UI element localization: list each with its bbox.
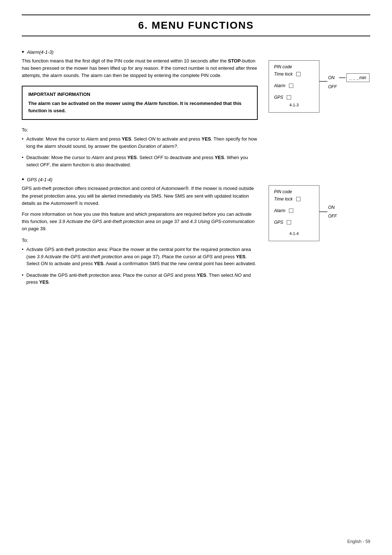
- alarm-bullet-item: • Alarm(4-1-3): [22, 49, 258, 55]
- diagram1-on-line: [319, 81, 327, 82]
- diagram1-connectors: ON _ _ _min OFF: [319, 73, 369, 89]
- diagram1-on-row: ON _ _ _min OFF: [319, 73, 369, 89]
- diagram2-alarm: Alarm: [274, 208, 314, 213]
- diagram1-off-row-inner: OFF: [328, 84, 369, 89]
- diagram2-number: 4-1-4: [274, 231, 314, 236]
- diagram2: PIN code Time lock Alarm GPS: [269, 185, 370, 241]
- gps-to-label: To:: [22, 238, 258, 243]
- gps-bullet-item: • GPS (4-1-4): [22, 177, 258, 183]
- diagram1-min-box: _ _ _min: [346, 73, 369, 82]
- diagram2-gps-checkbox: [287, 220, 291, 224]
- gps-bullet-dot: •: [22, 176, 24, 183]
- diagram2-on-label: ON: [328, 205, 335, 210]
- diagram1-pin-box: PIN code Time lock Alarm GPS: [269, 60, 319, 113]
- gps-section: • GPS (4-1-4) GPS anti-theft protection …: [22, 177, 258, 285]
- info-box: IMPORTANT INFORMATION The alarm can be a…: [22, 86, 258, 120]
- alarm-bullet-label: Alarm(4-1-3): [27, 49, 53, 55]
- diagram2-gps: GPS: [274, 220, 314, 225]
- diagram2-pin-box: PIN code Time lock Alarm GPS: [269, 185, 319, 241]
- content-area: • Alarm(4-1-3) This function means that …: [22, 49, 370, 295]
- info-box-body: The alarm can be activated on the mower …: [28, 100, 251, 114]
- left-column: • Alarm(4-1-3) This function means that …: [22, 49, 258, 295]
- diagram2-on-off-block: ON OFF: [328, 205, 337, 219]
- page-title-container: 6. MENU FUNCTIONS: [22, 15, 370, 36]
- diagram1-off-label: OFF: [328, 84, 338, 89]
- right-column: PIN code Time lock Alarm GPS: [269, 49, 370, 295]
- alarm-body: This function means that the first digit…: [22, 57, 258, 79]
- diagram1: PIN code Time lock Alarm GPS: [269, 60, 370, 113]
- diagram2-on-row: ON OFF: [319, 205, 337, 219]
- gps-to-item-1: Activate GPS anti-theft protection area:…: [22, 246, 258, 267]
- diagram2-on-row-inner: ON: [328, 205, 337, 210]
- diagram1-on-off-block: ON _ _ _min OFF: [328, 73, 369, 89]
- gps-body1: GPS anti-theft protection offers increas…: [22, 185, 258, 207]
- diagram2-wrapper: PIN code Time lock Alarm GPS: [269, 185, 370, 241]
- diagram2-alarm-checkbox: [289, 208, 293, 213]
- diagram1-wrapper: PIN code Time lock Alarm GPS: [269, 60, 370, 113]
- diagram2-pin-code: PIN code: [274, 189, 314, 194]
- footer: English - 59: [347, 539, 370, 544]
- page: 6. MENU FUNCTIONS • Alarm(4-1-3) This fu…: [0, 0, 392, 555]
- diagram2-time-lock-checkbox: [296, 197, 301, 201]
- diagram1-alarm-checkbox: [289, 84, 293, 88]
- alarm-to-section: To: Activate: Move the cursor to Alarm a…: [22, 127, 258, 168]
- page-title: 6. MENU FUNCTIONS: [22, 20, 370, 31]
- gps-to-section: To: Activate GPS anti-theft protection a…: [22, 238, 258, 286]
- diagram2-time-lock: Time lock: [274, 197, 314, 202]
- gps-bullet-label: GPS (4-1-4): [27, 177, 52, 183]
- diagram2-off-row-inner: OFF: [328, 214, 337, 219]
- diagram1-on-label: ON: [328, 75, 338, 80]
- diagram1-alarm: Alarm: [274, 83, 314, 88]
- diagram2-on-line: [319, 211, 327, 212]
- alarm-to-item-2: Deactivate: Move the cursor to Alarm and…: [22, 154, 258, 168]
- diagram2-off-label: OFF: [328, 214, 337, 219]
- diagram2-connectors: ON OFF: [319, 205, 337, 219]
- bullet-dot: •: [22, 49, 24, 55]
- info-box-title: IMPORTANT INFORMATION: [28, 92, 251, 97]
- alarm-to-label: To:: [22, 127, 258, 133]
- diagram1-time-lock: Time lock: [274, 72, 314, 77]
- diagram1-gps-checkbox: [287, 95, 291, 100]
- diagram1-gps: GPS: [274, 95, 314, 100]
- gps-to-list: Activate GPS anti-theft protection area:…: [22, 246, 258, 286]
- diagram1-pin-code: PIN code: [274, 64, 314, 69]
- diagram1-time-lock-checkbox: [296, 72, 301, 76]
- gps-to-item-2: Deactivate the GPS anti-theft protection…: [22, 272, 258, 286]
- gps-body2: For more information on how you use this…: [22, 211, 258, 232]
- alarm-to-item-1: Activate: Move the cursor to Alarm and p…: [22, 135, 258, 150]
- diagram1-on-row-inner: ON _ _ _min: [328, 73, 369, 82]
- diagram1-number: 4-1-3: [274, 103, 314, 107]
- diagram1-on-connect: [339, 77, 346, 78]
- alarm-to-list: Activate: Move the cursor to Alarm and p…: [22, 135, 258, 168]
- alarm-section: • Alarm(4-1-3) This function means that …: [22, 49, 258, 168]
